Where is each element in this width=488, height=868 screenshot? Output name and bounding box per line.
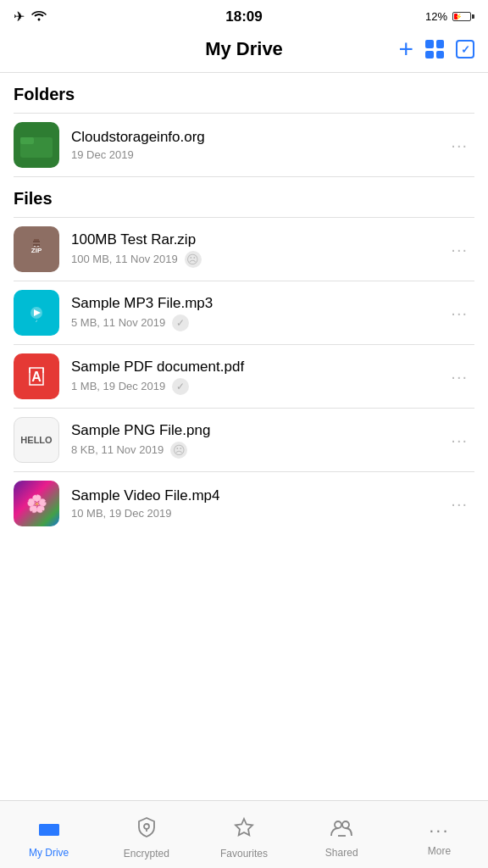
video-more-button[interactable]: ···: [444, 491, 474, 517]
png-file-details: Sample PNG File.png 8 KB, 11 Nov 2019 ☹: [71, 422, 444, 459]
list-item[interactable]: ZIP 100MB Test Rar.zip 100 MB, 11 Nov 20…: [0, 218, 488, 281]
mp3-file-name: Sample MP3 File.mp3: [71, 295, 444, 312]
pdf-file-icon: A: [14, 353, 59, 399]
video-file-icon: 🌸: [14, 481, 59, 526]
my-drive-icon: [37, 817, 61, 843]
folder-more-button[interactable]: ···: [444, 132, 474, 159]
status-bar: ✈ 18:09 12% ⚡: [0, 0, 488, 30]
favourites-icon: [233, 816, 255, 844]
pdf-file-name: Sample PDF document.pdf: [71, 359, 444, 376]
encrypted-icon: [136, 816, 158, 844]
pdf-more-button[interactable]: ···: [444, 364, 474, 390]
main-content: Folders Cloudstorageinfo.org 19 Dec 2019…: [0, 73, 488, 609]
folder-icon: [14, 122, 59, 168]
svg-point-19: [342, 821, 349, 828]
list-item[interactable]: ♪ Sample MP3 File.mp3 5 MB, 11 Nov 2019 …: [0, 281, 488, 344]
video-file-meta: 10 MB, 19 Dec 2019: [71, 507, 444, 520]
folders-section-header: Folders: [0, 73, 488, 113]
airplane-icon: ✈: [14, 8, 25, 25]
grid-view-button[interactable]: [425, 40, 444, 58]
svg-rect-9: [33, 244, 40, 246]
mp3-more-button[interactable]: ···: [444, 300, 474, 326]
nav-item-favourites[interactable]: Favourites: [195, 810, 292, 860]
zip-more-button[interactable]: ···: [444, 236, 474, 263]
header-actions: +: [398, 35, 474, 64]
status-left: ✈: [14, 8, 47, 25]
nav-item-shared[interactable]: Shared: [293, 810, 391, 859]
list-item[interactable]: 🌸 Sample Video File.mp4 10 MB, 19 Dec 20…: [0, 472, 488, 535]
zip-status-smiley: ☹: [186, 253, 199, 266]
header: My Drive +: [0, 30, 488, 72]
svg-rect-14: [39, 824, 59, 836]
svg-rect-8: [33, 242, 40, 244]
png-status-icon: ☹: [170, 442, 187, 459]
list-item[interactable]: HELLO Sample PNG File.png 8 KB, 11 Nov 2…: [0, 409, 488, 471]
pdf-file-date: 1 MB, 19 Dec 2019: [71, 380, 165, 392]
png-file-icon: HELLO: [14, 417, 59, 463]
more-icon: ···: [429, 820, 449, 842]
video-file-name: Sample Video File.mp4: [71, 487, 444, 504]
pdf-check-icon: ✓: [176, 381, 185, 392]
mp3-status-icon: ✓: [172, 314, 189, 331]
mp3-check-icon: ✓: [176, 317, 185, 329]
folder-details: Cloudstorageinfo.org 19 Dec 2019: [71, 129, 444, 161]
status-right: 12% ⚡: [425, 10, 474, 23]
png-file-name: Sample PNG File.png: [71, 422, 444, 439]
png-icon-text: HELLO: [20, 435, 52, 445]
mp3-file-icon: ♪: [14, 290, 59, 336]
svg-text:A: A: [31, 370, 42, 384]
shared-icon: [330, 817, 353, 843]
svg-text:♪: ♪: [36, 318, 38, 323]
zip-file-details: 100MB Test Rar.zip 100 MB, 11 Nov 2019 ☹: [71, 231, 444, 268]
encrypted-label: Encrypted: [124, 848, 169, 860]
more-label: More: [428, 845, 451, 857]
zip-file-icon: ZIP: [14, 226, 59, 272]
battery-percentage: 12%: [425, 10, 447, 23]
zip-file-date: 100 MB, 11 Nov 2019: [71, 253, 178, 265]
svg-text:ZIP: ZIP: [31, 247, 42, 254]
svg-marker-17: [236, 819, 252, 835]
nav-item-encrypted[interactable]: Encrypted: [97, 810, 195, 860]
battery-icon: ⚡: [452, 12, 474, 21]
svg-rect-7: [33, 241, 40, 242]
mp3-file-meta: 5 MB, 11 Nov 2019 ✓: [71, 314, 444, 331]
video-file-date: 10 MB, 19 Dec 2019: [71, 507, 172, 520]
select-button[interactable]: [456, 40, 474, 58]
files-section-header: Files: [0, 177, 488, 217]
nav-item-my-drive[interactable]: My Drive: [0, 810, 97, 859]
svg-point-15: [144, 824, 149, 829]
shared-label: Shared: [325, 847, 358, 859]
svg-point-18: [335, 821, 341, 828]
nav-item-more[interactable]: ··· More: [391, 813, 488, 857]
pdf-file-meta: 1 MB, 19 Dec 2019 ✓: [71, 378, 444, 395]
folder-meta: 19 Dec 2019: [71, 148, 444, 161]
bottom-nav: My Drive Encrypted Favourites: [0, 800, 488, 868]
zip-file-meta: 100 MB, 11 Nov 2019 ☹: [71, 251, 444, 268]
status-time: 18:09: [225, 8, 262, 25]
mp3-file-date: 5 MB, 11 Nov 2019: [71, 316, 165, 329]
my-drive-label: My Drive: [29, 847, 69, 859]
png-more-button[interactable]: ···: [444, 427, 474, 453]
wifi-icon: [31, 9, 47, 25]
pdf-file-details: Sample PDF document.pdf 1 MB, 19 Dec 201…: [71, 359, 444, 395]
add-button[interactable]: +: [398, 35, 413, 64]
folder-date: 19 Dec 2019: [71, 148, 134, 161]
video-file-details: Sample Video File.mp4 10 MB, 19 Dec 2019: [71, 487, 444, 520]
pdf-status-icon: ✓: [172, 378, 189, 395]
mp3-file-details: Sample MP3 File.mp3 5 MB, 11 Nov 2019 ✓: [71, 295, 444, 331]
zip-status-icon: ☹: [185, 251, 202, 268]
favourites-label: Favourites: [220, 848, 268, 860]
list-item[interactable]: A Sample PDF document.pdf 1 MB, 19 Dec 2…: [0, 345, 488, 408]
png-status-smiley: ☹: [173, 443, 186, 457]
png-file-date: 8 KB, 11 Nov 2019: [71, 443, 164, 456]
folder-name: Cloudstorageinfo.org: [71, 129, 444, 146]
list-item[interactable]: Cloudstorageinfo.org 19 Dec 2019 ···: [0, 114, 488, 176]
zip-file-name: 100MB Test Rar.zip: [71, 231, 444, 248]
png-file-meta: 8 KB, 11 Nov 2019 ☹: [71, 442, 444, 459]
